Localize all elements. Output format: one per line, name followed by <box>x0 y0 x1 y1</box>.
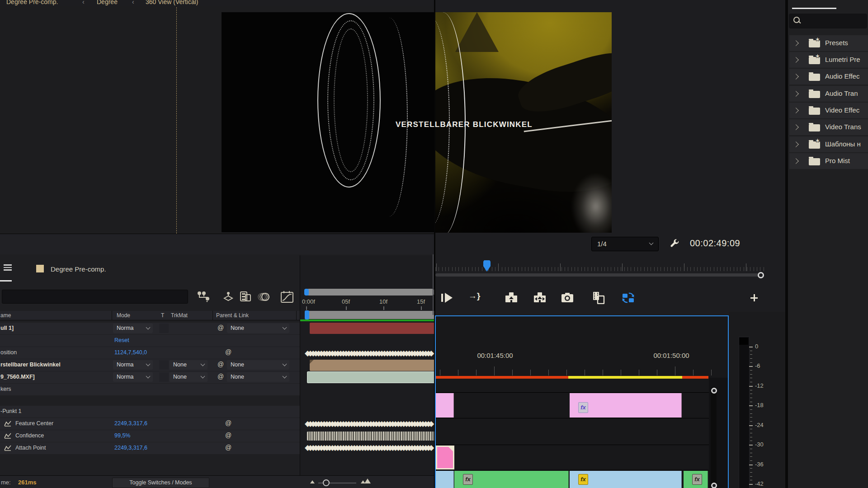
comparison-view-button[interactable] <box>592 291 605 304</box>
ae-row[interactable]: Attach Point2249,3,317,6@ <box>0 442 300 454</box>
property-value[interactable]: 2249,3,317,6 <box>114 420 147 427</box>
zoom-in-icon-small[interactable] <box>361 480 365 483</box>
fx-badge[interactable]: fx <box>463 474 473 485</box>
effects-list-item[interactable]: Video Trans <box>789 119 868 135</box>
keyframes-row[interactable]: ◆◆◆◆◆◆◆◆◆◆◆◆◆◆◆◆◆◆◆◆◆◆◆◆◆◆◆◆◆◆◆◆◆◆◆◆◆◆◆◆… <box>305 418 435 429</box>
ae-layer-duration-bar[interactable] <box>307 371 435 383</box>
ae-layer-duration-bar[interactable] <box>310 360 435 371</box>
comp-color-swatch[interactable] <box>36 265 44 272</box>
monitor-zoom-bar[interactable] <box>435 273 764 277</box>
blend-mode-dropdown[interactable]: Norma <box>113 360 153 370</box>
timeline-clip[interactable]: fx <box>684 471 708 488</box>
current-time-indicator[interactable] <box>305 310 309 319</box>
effects-list-item[interactable]: Video Effec <box>789 103 868 118</box>
effects-list-item[interactable]: ★Presets <box>789 35 868 51</box>
export-frame-button[interactable] <box>561 292 574 303</box>
frame-blending-icon[interactable] <box>239 291 252 303</box>
reset-link[interactable]: Reset <box>114 337 129 343</box>
preserve-transparency-cell[interactable] <box>159 324 169 333</box>
chevron-right-icon[interactable] <box>793 158 799 164</box>
pickwhip-icon[interactable]: @ <box>217 373 224 380</box>
timeline-clip[interactable]: fx <box>454 471 569 488</box>
ae-row[interactable]: Confidence99,5%@ <box>0 430 300 442</box>
monitor-zoom-handle[interactable] <box>758 272 764 278</box>
timeline-v-scrollbar[interactable] <box>711 387 717 488</box>
play-in-out-button[interactable] <box>441 292 455 304</box>
breadcrumb-item[interactable]: Degree <box>97 0 118 5</box>
fx-badge[interactable]: fx <box>692 474 702 485</box>
fx-badge[interactable]: fx <box>578 474 588 485</box>
panel-menu-button[interactable] <box>4 264 12 271</box>
pickwhip-icon[interactable]: @ <box>225 419 231 427</box>
pickwhip-icon[interactable]: @ <box>225 348 231 356</box>
zoom-in-icon[interactable] <box>364 479 371 483</box>
pickwhip-icon[interactable]: @ <box>217 324 224 331</box>
effects-list-item[interactable]: Audio Effec <box>789 69 868 84</box>
ae-row[interactable]: Reset <box>0 335 300 347</box>
chevron-right-icon[interactable] <box>793 141 799 147</box>
keyframes-dense-row[interactable] <box>307 432 435 441</box>
extract-button[interactable] <box>533 292 546 304</box>
ae-row[interactable]: rstellbarer BlickwinkelNormaNone@None <box>0 359 300 371</box>
program-timecode[interactable]: 00:02:49:09 <box>690 238 740 249</box>
mini-flowchart-icon[interactable] <box>197 291 211 303</box>
effects-list-item[interactable]: Audio Tran <box>789 86 868 102</box>
breadcrumb-item[interactable]: 360 View (Vertical) <box>146 0 198 5</box>
trkmat-dropdown[interactable]: None <box>170 372 208 382</box>
time-navigator-handle[interactable] <box>304 289 309 296</box>
chevron-right-icon[interactable] <box>793 108 799 113</box>
preserve-transparency-cell[interactable] <box>159 372 169 382</box>
work-area-bar[interactable] <box>306 311 435 319</box>
toggle-switches-modes-button[interactable]: Toggle Switches / Modes <box>112 478 209 488</box>
ae-row[interactable]: kers <box>0 384 300 395</box>
timeline-clip[interactable]: fx <box>570 471 682 488</box>
chevron-right-icon[interactable] <box>793 40 799 46</box>
preserve-transparency-cell[interactable] <box>159 360 169 370</box>
graph-editor-icon[interactable] <box>280 291 294 303</box>
pickwhip-icon[interactable]: @ <box>217 361 224 368</box>
lift-button[interactable] <box>505 292 518 304</box>
ae-row[interactable]: osition1124,7,540,0@ <box>0 347 300 359</box>
monitor-settings-button[interactable] <box>669 238 680 249</box>
effects-list-item[interactable]: Pro Mist <box>789 153 868 169</box>
chevron-right-icon[interactable] <box>793 91 799 97</box>
chevron-right-icon[interactable] <box>793 124 799 130</box>
video-track-1[interactable] <box>436 445 728 469</box>
ae-layer-duration-bar[interactable] <box>310 323 435 334</box>
chevron-right-icon[interactable] <box>793 57 799 63</box>
zoom-out-icon[interactable] <box>310 480 315 483</box>
timeline-clip[interactable]: fx <box>570 393 682 418</box>
viewer-guide-line[interactable] <box>176 7 177 234</box>
ae-row[interactable]: Feature Center2249,3,317,6@ <box>0 418 300 430</box>
graph-toggle-icon[interactable] <box>4 445 11 451</box>
property-value[interactable]: 1124,7,540,0 <box>114 349 147 356</box>
draft-3d-icon[interactable] <box>222 291 234 303</box>
chevron-right-icon[interactable] <box>793 74 799 80</box>
keyframes-row[interactable]: ◆◆◆◆◆◆◆◆◆◆◆◆◆◆◆◆◆◆◆◆◆◆◆◆◆◆◆◆◆◆◆◆◆◆◆◆◆◆◆◆… <box>305 347 435 359</box>
blend-mode-dropdown[interactable]: Norma <box>113 372 153 382</box>
fx-badge[interactable]: fx <box>578 402 588 413</box>
effects-list-item[interactable]: ★Шаблоны н <box>789 136 868 152</box>
video-track-3[interactable]: fx <box>436 392 728 418</box>
timeline-clip[interactable] <box>436 471 454 488</box>
motion-blur-icon[interactable] <box>258 291 270 302</box>
pickwhip-icon[interactable]: @ <box>225 432 231 439</box>
keyframes-row[interactable]: ◆◆◆◆◆◆◆◆◆◆◆◆◆◆◆◆◆◆◆◆◆◆◆◆◆◆◆◆◆◆◆◆◆◆◆◆◆◆◆◆… <box>305 442 435 453</box>
button-editor-add[interactable] <box>750 294 758 301</box>
graph-toggle-icon[interactable] <box>4 433 11 439</box>
playback-resolution-dropdown[interactable]: 1/4 <box>591 237 659 251</box>
timeline-clip[interactable] <box>436 446 454 469</box>
effects-search-input[interactable] <box>789 14 867 28</box>
ae-time-ruler[interactable]: 0:00f05f10f15f <box>300 297 435 311</box>
parent-link-dropdown[interactable]: None <box>227 360 289 370</box>
video-track-2[interactable] <box>436 418 728 443</box>
parent-link-dropdown[interactable]: None <box>227 372 289 382</box>
timeline-clip[interactable] <box>436 393 454 418</box>
effects-panel-divider[interactable] <box>785 0 788 488</box>
breadcrumb-item[interactable]: Degree Pre-comp. <box>6 0 58 5</box>
go-to-out-button[interactable]: →} <box>468 291 480 301</box>
effects-list-item[interactable]: ★Lumetri Pre <box>789 52 868 68</box>
zoom-slider-knob[interactable] <box>323 479 330 486</box>
audio-track-1[interactable]: fxfxfx <box>436 470 728 488</box>
ae-row[interactable]: 9_7560.MXF]NormaNone@None <box>0 371 300 383</box>
